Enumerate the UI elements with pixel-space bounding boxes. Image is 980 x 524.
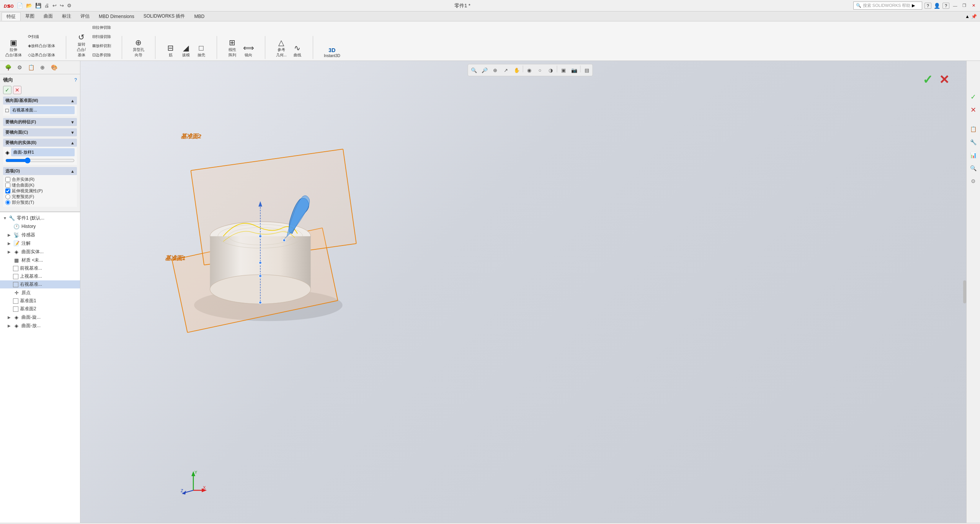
minimize-button[interactable]: — [952,2,959,9]
tree-item-right-plane[interactable]: 右视基准... [0,280,80,288]
tree-item-surface-loft[interactable]: ▶ ◈ 曲面-放... [0,321,80,330]
tab-annotation[interactable]: 标注 [57,12,76,20]
appearance-btn[interactable]: 🎨 [49,62,59,72]
ribbon-pin-icon[interactable]: 📌 [971,14,977,19]
tab-features[interactable]: 特征 [2,12,21,21]
view-section-btn[interactable]: ▣ [559,66,568,75]
right-panel-btn1[interactable]: ✓ [968,92,979,102]
ribbon-btn-boundary-cut[interactable]: ⊡ 边界切除 [90,51,113,59]
view-zoom-out-btn[interactable]: 🔎 [480,66,489,75]
prop-help-button[interactable]: ? [74,77,77,83]
ribbon-btn-reference-geo[interactable]: △ 参考几何... [274,38,289,59]
tree-item-root[interactable]: ▼ 🔧 零件1 (默认... [0,214,80,222]
view-wireframe-btn[interactable]: ○ [536,66,545,75]
tree-item-plane2[interactable]: 基准面2 [0,305,80,313]
ribbon-btn-rib[interactable]: ⊟ 筋 [164,43,178,59]
tree-item-history[interactable]: 🕐 History [0,222,80,231]
view-rotate-btn[interactable]: ↗ [501,66,511,75]
ribbon-btn-loft[interactable]: ◈ 放样凸台/基体 [26,41,57,50]
ribbon-btn-draft[interactable]: ◢ 拔模 [179,43,193,59]
feature-manager-btn[interactable]: 🌳 [3,62,13,72]
tree-item-plane1[interactable]: 基准面1 [0,297,80,305]
ribbon-btn-loft-cut[interactable]: ⊠ 放样切割 [90,41,113,50]
prop-section-header-faces[interactable]: 要镜向面(C) ▼ [3,128,77,136]
restore-button[interactable]: ❐ [961,2,968,9]
help-button[interactable]: ? [924,3,931,9]
ribbon-btn-hole-wizard[interactable]: ⊕ 异型孔向导 [131,38,147,59]
config-manager-btn[interactable]: 📋 [26,62,36,72]
viewport-confirm-btn[interactable]: ✓ [923,72,933,87]
viewport[interactable]: 🔍 🔎 ⊕ ↗ ✋ ◉ ○ ◑ ▣ 📷 ▤ [80,61,980,523]
close-button[interactable]: ✕ [970,2,977,9]
ribbon-btn-scan-cut[interactable]: ⊟ 扫描切除 [90,32,113,41]
right-panel-btn4[interactable]: 🔧 [968,137,979,147]
ribbon-btn-mirror[interactable]: ⟺ 镜向 [241,43,256,59]
ribbon-minimize-icon[interactable]: ▲ [965,14,970,19]
prop-section-header-features[interactable]: 要镜向的特征(F) ▼ [3,118,77,126]
tab-mbd[interactable]: MBD [189,13,209,20]
bodies-value[interactable]: 曲面-放样1 [11,148,75,156]
prop-confirm-btn[interactable]: ✓ [3,86,11,94]
option-partial-preview-radio[interactable] [5,200,10,205]
view-zoom-in-btn[interactable]: 🔍 [469,66,479,75]
option-knit-surface[interactable]: 缝合曲面(K) [5,182,75,188]
option-merge-solid-checkbox[interactable] [5,177,10,182]
option-knit-surface-checkbox[interactable] [5,183,10,188]
right-panel-btn6[interactable]: 🔍 [968,163,979,174]
property-manager-btn[interactable]: ⚙ [15,62,24,72]
prop-section-header-options[interactable]: 选项(O) ▲ [3,167,77,175]
option-extend-visual-checkbox[interactable] [5,188,10,193]
prop-section-header-bodies[interactable]: 要镜向的实体(B) ▲ [3,139,77,147]
viewport-cancel-btn[interactable]: ✕ [939,72,949,87]
option-full-preview[interactable]: 完整预览(F) [5,194,75,200]
view-shaded-btn[interactable]: ◉ [525,66,534,75]
dim-expert-btn[interactable]: ⊕ [38,62,47,72]
tab-evaluate[interactable]: 评估 [76,12,94,20]
tree-item-sensors[interactable]: ▶ 📡 传感器 [0,231,80,239]
question-button[interactable]: ? [942,3,949,9]
tree-item-surface-revolve[interactable]: ▶ ◈ 曲面-旋... [0,313,80,321]
ribbon-btn-instant3d[interactable]: 3D Instant3D [322,46,343,59]
tree-item-top-plane[interactable]: 上视基准... [0,272,80,280]
new-icon[interactable]: 📄 [17,3,23,8]
bodies-slider[interactable] [5,159,75,162]
tab-surface[interactable]: 曲面 [39,12,57,20]
ribbon-btn-extrude-cut[interactable]: ⊟ 拉伸切除 [90,23,113,31]
prop-section-header-mirror-plane[interactable]: 镜向面/基准面(M) ▲ [3,97,77,105]
tree-item-origin[interactable]: ✛ 原点 [0,288,80,297]
view-pan-btn[interactable]: ✋ [512,66,521,75]
print-icon[interactable]: 🖨 [44,3,49,8]
user-button[interactable]: 👤 [934,3,940,9]
viewport-scrollbar[interactable] [963,280,966,303]
view-zoom-fit-btn[interactable]: ⊕ [491,66,500,75]
option-partial-preview[interactable]: 部分预览(T) [5,200,75,205]
right-panel-btn7[interactable]: ⚙ [968,176,979,187]
tab-solidworks-plugins[interactable]: SOLIDWORKS 插件 [139,12,190,20]
ribbon-btn-curve[interactable]: ∿ 曲线 [291,43,304,59]
save-icon[interactable]: 💾 [35,3,41,8]
tree-item-surface-bodies[interactable]: ▶ ◈ 曲面实体... [0,247,80,256]
open-icon[interactable]: 📂 [26,3,32,8]
search-box[interactable]: 🔍 搜索 SOLIDWORKS 帮助 ▶ [853,2,922,10]
ribbon-btn-boundary[interactable]: ◇ 边界凸台/基体 [26,51,57,59]
option-extend-visual[interactable]: 延伸视觉属性(P) [5,188,75,194]
ribbon-btn-scan[interactable]: ⟳ 扫描 [26,32,57,41]
option-merge-solid[interactable]: 合并实体(R) [5,177,75,182]
right-panel-btn5[interactable]: 📊 [968,150,979,160]
prop-cancel-btn[interactable]: ✕ [13,86,21,94]
option-full-preview-radio[interactable] [5,194,10,199]
view-hidden-btn[interactable]: ◑ [546,66,555,75]
tree-item-annotations[interactable]: ▶ 📝 注解 [0,239,80,247]
mirror-plane-value[interactable]: 右视基准面... [10,106,75,114]
tree-item-material[interactable]: ▦ 材质 <未... [0,256,80,264]
view-camera-btn[interactable]: 📷 [570,66,579,75]
right-panel-btn2[interactable]: ✕ [968,105,979,115]
tree-item-front-plane[interactable]: 前视基准... [0,264,80,272]
view-display-btn[interactable]: ▤ [582,66,591,75]
right-panel-btn3[interactable]: 📋 [968,124,979,134]
tab-mbd-dimensions[interactable]: MBD Dimensions [94,13,139,20]
undo-icon[interactable]: ↩ [52,3,57,8]
options-icon[interactable]: ⚙ [67,3,72,8]
ribbon-btn-linear-pattern[interactable]: ⊞ 线性阵列 [225,38,239,59]
redo-icon[interactable]: ↪ [60,3,64,8]
